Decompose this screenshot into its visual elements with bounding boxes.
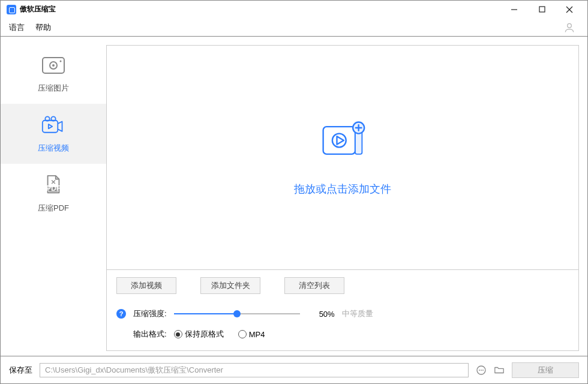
sidebar-item-label: 压缩视频 — [38, 143, 69, 154]
more-options-button[interactable] — [476, 365, 487, 376]
menu-language[interactable]: 语言 — [9, 22, 25, 33]
video-icon — [41, 115, 65, 137]
output-format-row: 输出格式: 保持原格式 MP4 — [133, 329, 569, 340]
sidebar: 压缩图片 压缩视频 — [1, 37, 106, 356]
settings-panel: 添加视频 添加文件夹 清空列表 ? 压缩强度: 50% 中等质量 — [106, 270, 579, 351]
compress-strength-row: ? 压缩强度: 50% 中等质量 — [116, 308, 569, 319]
svg-text:PDF: PDF — [46, 184, 61, 192]
compress-quality-hint: 中等质量 — [342, 308, 373, 319]
main-panel: 拖放或点击添加文件 添加视频 添加文件夹 清空列表 ? 压缩强度: 50 — [106, 37, 587, 356]
browse-folder-button[interactable] — [494, 365, 505, 376]
radio-keep-original[interactable]: 保持原格式 — [174, 329, 224, 340]
app-title: 傲软压缩宝 — [20, 4, 56, 14]
menu-help[interactable]: 帮助 — [35, 22, 51, 33]
minimize-icon — [511, 6, 518, 13]
save-path-value: C:\Users\Gigi_dx\Documents\傲软压缩宝\Convert… — [45, 365, 223, 376]
svg-marker-17 — [337, 136, 343, 144]
svg-point-23 — [479, 370, 480, 371]
save-path-input[interactable]: C:\Users\Gigi_dx\Documents\傲软压缩宝\Convert… — [40, 363, 469, 377]
svg-point-8 — [60, 60, 62, 62]
help-icon[interactable]: ? — [116, 309, 126, 319]
clear-list-button[interactable]: 清空列表 — [284, 277, 344, 294]
ellipsis-icon — [476, 365, 487, 376]
person-icon — [563, 22, 575, 34]
sidebar-item-label: 压缩PDF — [38, 203, 69, 214]
camera-icon — [41, 55, 65, 77]
sidebar-item-compress-image[interactable]: 压缩图片 — [1, 44, 106, 104]
body: 压缩图片 压缩视频 — [1, 37, 587, 356]
user-icon[interactable] — [563, 22, 575, 34]
sidebar-item-label: 压缩图片 — [38, 83, 69, 94]
file-drop-area[interactable]: 拖放或点击添加文件 — [106, 45, 579, 270]
svg-point-24 — [481, 370, 482, 371]
footer: 保存至 C:\Users\Gigi_dx\Documents\傲软压缩宝\Con… — [1, 356, 587, 383]
svg-point-25 — [482, 370, 484, 371]
add-video-button[interactable]: 添加视频 — [116, 277, 176, 294]
app-window: 傲软压缩宝 语言 帮助 — [0, 0, 588, 384]
folder-icon — [494, 365, 505, 376]
add-file-icon — [319, 119, 367, 164]
minimize-button[interactable] — [501, 1, 527, 18]
close-button[interactable] — [556, 1, 583, 18]
compress-button[interactable]: 压缩 — [512, 362, 579, 378]
maximize-button[interactable] — [529, 1, 555, 18]
close-icon — [566, 6, 573, 13]
radio-mp4[interactable]: MP4 — [238, 330, 265, 339]
output-format-label: 输出格式: — [133, 329, 167, 340]
compress-strength-label: 压缩强度: — [133, 308, 167, 319]
sidebar-item-compress-pdf[interactable]: PDF 压缩PDF — [1, 164, 106, 224]
compress-strength-value: 50% — [319, 310, 335, 319]
maximize-icon — [539, 6, 545, 13]
compress-strength-slider[interactable] — [174, 309, 300, 319]
svg-rect-1 — [539, 7, 545, 12]
radio-keep-original-label: 保持原格式 — [185, 329, 224, 340]
save-to-label: 保存至 — [9, 365, 32, 376]
svg-rect-9 — [43, 120, 58, 132]
svg-point-4 — [568, 23, 572, 28]
menubar: 语言 帮助 — [1, 19, 587, 37]
svg-point-7 — [52, 64, 55, 67]
svg-marker-10 — [49, 124, 52, 128]
drop-area-text: 拖放或点击添加文件 — [294, 182, 391, 196]
radio-dot-icon — [174, 330, 182, 338]
titlebar: 傲软压缩宝 — [1, 1, 587, 19]
sidebar-item-compress-video[interactable]: 压缩视频 — [1, 104, 106, 164]
radio-mp4-label: MP4 — [249, 330, 265, 339]
radio-dot-icon — [238, 330, 247, 338]
pdf-icon: PDF — [41, 175, 65, 197]
svg-rect-15 — [323, 127, 355, 154]
add-folder-button[interactable]: 添加文件夹 — [200, 277, 260, 294]
app-icon — [7, 5, 16, 14]
